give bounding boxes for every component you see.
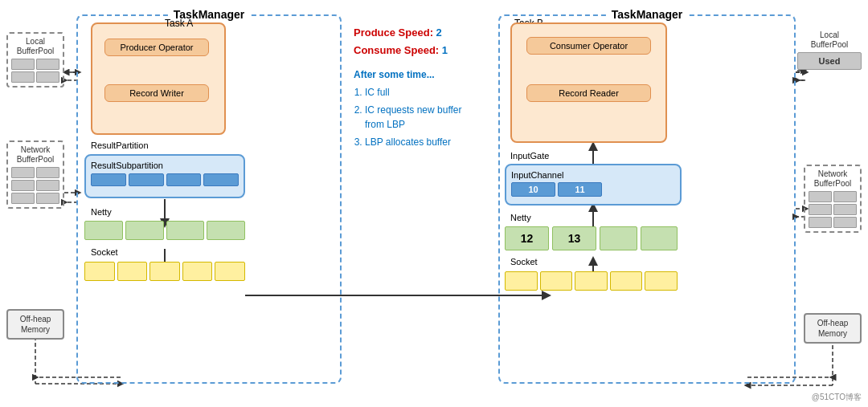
- offheap-right-label: Off-heap Memory: [804, 313, 862, 344]
- socket-label-right: Socket: [510, 257, 538, 267]
- netty-buf: [207, 221, 245, 240]
- local-bp-left-label: Local BufferPool: [11, 37, 59, 56]
- netty-label-right: Netty: [510, 213, 531, 222]
- record-reader-box: Record Reader: [526, 84, 651, 102]
- step-1: IC full: [365, 85, 490, 100]
- bp-cell: [833, 191, 857, 202]
- result-partition-label: ResultPartition: [91, 140, 149, 150]
- netty-buf-12: 12: [505, 226, 549, 250]
- bp-cell: [11, 180, 35, 191]
- bp-cell: [11, 193, 35, 204]
- input-channel-strip: 10 11: [511, 182, 675, 197]
- offheap-left: Off-heap Memory: [6, 309, 64, 340]
- network-bp-left-label: Network BufferPool: [11, 145, 59, 165]
- offheap-left-label: Off-heap Memory: [6, 309, 64, 340]
- bp-cell: [36, 167, 59, 178]
- netty-buf-13: 13: [552, 226, 596, 250]
- result-subpartition-box: ResultSubpartition: [84, 154, 245, 198]
- produce-speed-label: Produce Speed:: [354, 26, 433, 39]
- bp-cell: [36, 59, 59, 70]
- record-writer-label: Record Writer: [129, 88, 184, 98]
- bp-cell: [833, 217, 857, 228]
- input-channel-title: InputChannel: [511, 170, 675, 180]
- network-bp-right-grid: [809, 191, 857, 228]
- consumer-operator-label: Consumer Operator: [550, 41, 628, 51]
- socket-buf: [182, 262, 213, 281]
- netty-buf: [125, 221, 164, 240]
- socket-buf: [540, 271, 573, 291]
- bp-cell: [11, 59, 35, 70]
- task-a-label: Task A: [165, 18, 193, 29]
- after-text: After some time...: [354, 69, 490, 80]
- offheap-right: Off-heap Memory: [804, 313, 862, 344]
- netty-strip-right: 12 13: [505, 226, 678, 250]
- consume-speed-label: Consume Speed:: [354, 44, 439, 56]
- input-gate-label: InputGate: [510, 151, 549, 161]
- bp-cell: [833, 204, 857, 215]
- bp-cell: [36, 193, 59, 204]
- netty-strip-left: [84, 221, 245, 240]
- blue-buffer: [91, 173, 126, 186]
- local-bp-left-grid: [11, 59, 59, 83]
- bp-cell: [11, 167, 35, 178]
- bp-cell: [36, 180, 59, 191]
- step-3: LBP allocates buffer: [365, 135, 490, 149]
- page: Local BufferPool Network BufferPool Off-…: [0, 0, 868, 407]
- netty-buf: [166, 221, 205, 240]
- input-gate-box: InputChannel 10 11: [505, 164, 682, 206]
- ic-buffer-10: 10: [511, 182, 555, 197]
- producer-operator-box: Producer Operator: [104, 39, 209, 56]
- socket-strip-left: [84, 262, 245, 281]
- netty-buf: [84, 221, 123, 240]
- socket-label-left: Socket: [91, 247, 118, 257]
- socket-buf: [84, 262, 115, 281]
- netty-label-left: Netty: [91, 207, 112, 217]
- bp-cell: [36, 71, 59, 83]
- network-bufferpool-right: Network BufferPool: [804, 165, 862, 233]
- blue-buffer: [166, 173, 202, 186]
- local-bufferpool-right: LocalBufferPool Used: [797, 31, 862, 70]
- consumer-operator-box: Consumer Operator: [526, 37, 651, 55]
- socket-buf: [117, 262, 148, 281]
- socket-strip-right: [505, 271, 678, 291]
- producer-operator-label: Producer Operator: [120, 43, 193, 52]
- local-bp-right-label: LocalBufferPool: [797, 31, 862, 50]
- watermark: @51CTO博客: [812, 392, 862, 403]
- bp-cell: [809, 191, 832, 202]
- ic-buffer-11: 11: [558, 182, 602, 197]
- bp-cell: [11, 71, 35, 83]
- socket-buf: [149, 262, 180, 281]
- socket-buf: [505, 271, 538, 291]
- tm-right-title: TaskManager: [607, 8, 687, 21]
- socket-buf: [645, 271, 678, 291]
- speed-block: Produce Speed: 2 Consume Speed: 1: [354, 24, 490, 59]
- blue-buffer: [203, 173, 239, 186]
- local-bufferpool-left: Local BufferPool: [6, 32, 64, 88]
- bp-cell: [809, 217, 832, 228]
- socket-buf: [610, 271, 643, 291]
- consume-speed-value: 1: [442, 44, 448, 56]
- record-writer-box: Record Writer: [104, 84, 209, 102]
- network-bp-right-label: Network BufferPool: [809, 169, 857, 189]
- result-subpart-buffers: [91, 173, 239, 186]
- netty-buf-empty: [641, 226, 678, 250]
- step-2: IC requests new bufferfrom LBP: [365, 103, 490, 132]
- socket-buf: [575, 271, 608, 291]
- network-bp-left-grid: [11, 167, 59, 204]
- record-reader-label: Record Reader: [559, 88, 619, 98]
- network-bufferpool-left: Network BufferPool: [6, 140, 64, 209]
- local-bp-right-grid: Used: [797, 52, 862, 70]
- produce-speed-value: 2: [436, 26, 442, 39]
- steps-list: IC full IC requests new bufferfrom LBP L…: [354, 85, 490, 149]
- blue-buffer: [129, 173, 164, 186]
- used-cell: Used: [797, 52, 862, 70]
- middle-panel: Produce Speed: 2 Consume Speed: 1 After …: [354, 24, 490, 153]
- socket-buf: [215, 262, 245, 281]
- netty-buf-empty: [600, 226, 637, 250]
- bp-cell: [809, 204, 832, 215]
- result-subpartition-title: ResultSubpartition: [91, 161, 239, 170]
